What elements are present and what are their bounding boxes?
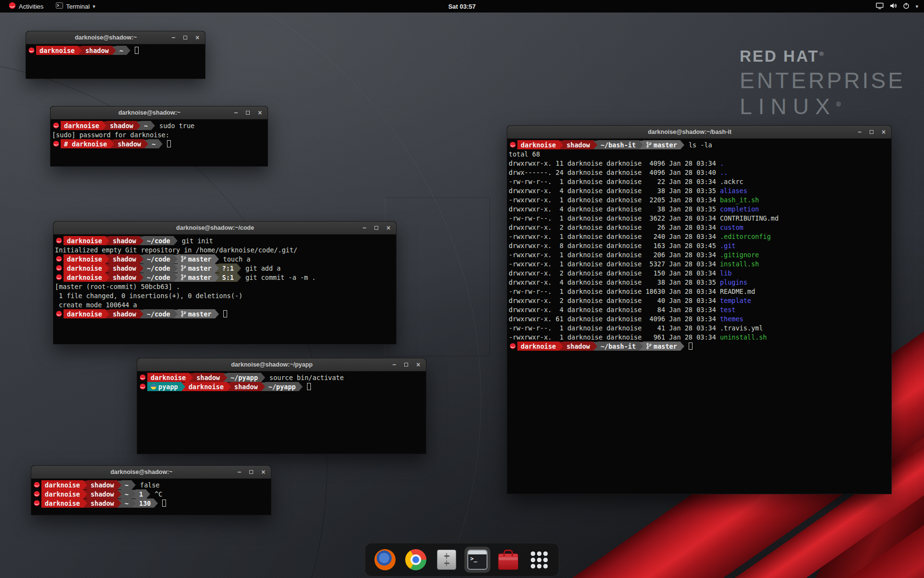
system-status-area[interactable]: ▾ [870, 0, 924, 13]
window-titlebar[interactable]: darknoise@shadow:~/pyapp−× [137, 358, 426, 371]
maximize-icon [183, 36, 187, 39]
segment-separator-icon [174, 236, 178, 245]
prompt-segment: ~ [121, 499, 132, 508]
dock-item-appgrid[interactable] [526, 547, 552, 573]
dock-item-firefox[interactable] [372, 547, 398, 573]
output-line: [master (root-commit) 50bcb63] . [55, 282, 395, 291]
segment-text: darknoise [67, 274, 102, 281]
output-line: -rw-rw-r--. 1 darknoise darknoise 18630 … [509, 287, 890, 296]
prompt-segment: shadow [87, 480, 117, 489]
segment-separator-icon [83, 499, 87, 508]
maximize-button[interactable] [248, 466, 255, 479]
drawer [446, 560, 447, 566]
close-button[interactable]: × [194, 31, 201, 44]
dock-item-files[interactable] [434, 547, 460, 573]
terminal-content[interactable]: darknoiseshadow~sudo true[sudo] password… [51, 119, 268, 150]
segment-text: shadow [90, 499, 114, 507]
minimize-button[interactable]: − [170, 31, 177, 44]
redhat-prompt-icon [56, 256, 62, 262]
minimize-button[interactable]: − [232, 106, 239, 119]
minimize-button[interactable]: − [236, 466, 243, 479]
segment-separator-icon [151, 121, 155, 130]
maximize-button[interactable] [868, 126, 875, 139]
app-menu-terminal[interactable]: Terminal ▾ [51, 0, 100, 13]
terminal-text: [master (root-commit) 50bcb63] . [55, 283, 180, 290]
prompt-segment: ~/code [143, 273, 174, 282]
clock[interactable]: Sat 03:57 [448, 3, 475, 10]
terminal-text: -rwxrwxr-x. 1 darknoise darknoise 961 Ja… [509, 333, 720, 341]
redhat-prompt-icon [28, 47, 35, 53]
chrome-core [412, 556, 419, 563]
dock-item-chrome[interactable] [403, 547, 429, 573]
close-button[interactable]: × [415, 358, 422, 371]
segment-text: master [188, 255, 212, 263]
prompt-segment: ~ [121, 480, 132, 489]
segment-text: shadow [113, 255, 136, 263]
window-titlebar[interactable]: darknoise@shadow:~−× [51, 106, 268, 119]
segment-text: darknoise [45, 499, 80, 507]
segment-text: darknoise [64, 122, 99, 130]
dock-item-terminal[interactable]: >_ [464, 547, 490, 573]
window-controls: −× [361, 222, 396, 235]
output-line: -rwxrwxr-x. 1 darknoise darknoise 2205 J… [509, 195, 890, 204]
segment-separator-icon [639, 141, 643, 149]
close-button[interactable]: × [260, 466, 267, 479]
prompt-segment: master [178, 254, 215, 263]
maximize-icon [249, 470, 253, 474]
maximize-button[interactable] [373, 222, 380, 235]
segment-text: darknoise [521, 141, 556, 149]
segment-separator-icon [105, 236, 109, 245]
minimize-button[interactable]: − [856, 126, 863, 139]
window-titlebar[interactable]: darknoise@shadow:~−× [26, 31, 205, 44]
segment-text: darknoise [45, 490, 80, 498]
terminal-text: -rw-rw-r--. 1 darknoise darknoise 22 Jan… [509, 178, 720, 185]
close-button[interactable]: × [385, 222, 392, 235]
command-text: sudo true [155, 122, 194, 130]
maximize-button[interactable] [182, 31, 189, 44]
output-line: 1 file changed, 0 insertions(+), 0 delet… [55, 291, 395, 300]
output-line: -rwxrwxr-x. 1 darknoise darknoise 206 Ja… [509, 250, 890, 259]
terminal-content[interactable]: darknoiseshadow~ [26, 44, 205, 56]
segment-text: ?:1 [222, 264, 234, 272]
prompt-segment: darknoise [517, 140, 559, 149]
prompt-segment: shadow [87, 499, 117, 508]
window-titlebar[interactable]: darknoise@shadow:~−× [31, 466, 271, 479]
output-line: [sudo] password for darknoise: [52, 130, 266, 139]
terminal-cursor [162, 499, 166, 507]
window-title: darknoise@shadow:~/code [73, 224, 358, 231]
close-button[interactable]: × [880, 126, 887, 139]
prompt-segment: ~/code [143, 254, 174, 263]
segment-text: S:1 [222, 274, 234, 281]
terminal-content[interactable]: darknoiseshadow~/codegit initInitialized… [53, 235, 396, 320]
redhat-prompt-icon [510, 343, 516, 349]
minimize-button[interactable]: − [391, 358, 398, 371]
terminal-content[interactable]: darknoiseshadow~falsedarknoiseshadow~1^C… [31, 479, 271, 509]
prompt-segment: darknoise [61, 121, 103, 130]
chevron-down-icon: ▾ [92, 3, 95, 10]
terminal-content[interactable]: darknoiseshadow~/pyappsource bin/activat… [137, 371, 426, 393]
branch-icon [181, 256, 186, 262]
segment-separator-icon [78, 46, 82, 55]
brand-linux: LINUX® [740, 93, 905, 119]
segment-text: master [188, 310, 212, 318]
maximize-button[interactable] [403, 358, 410, 371]
prompt-line: darknoiseshadow~/bash-itmaster [509, 342, 890, 351]
segment-separator-icon [159, 140, 163, 148]
minimize-button[interactable]: − [361, 222, 368, 235]
prompt-segment: pyapp [147, 382, 181, 391]
terminal-text: .editorconfig [720, 233, 771, 240]
close-button[interactable]: × [257, 106, 263, 119]
output-line: -rwxrwxr-x. 1 darknoise darknoise 961 Ja… [509, 332, 890, 342]
activities-button[interactable]: Activities [4, 0, 48, 13]
prompt-line: darknoiseshadow~sudo true [52, 121, 266, 130]
window-title: darknoise@shadow:~/bash-it [526, 129, 853, 135]
terminal-content[interactable]: darknoiseshadow~/bash-itmasterls -latota… [507, 139, 891, 352]
terminal-window-exitcodes: darknoise@shadow:~−×darknoiseshadow~fals… [31, 465, 271, 515]
segment-separator-icon [215, 264, 219, 273]
maximize-button[interactable] [244, 106, 251, 119]
dock-item-toolbox[interactable] [495, 547, 521, 573]
terminal-window-home-1: darknoise@shadow:~−×darknoiseshadow~ [26, 31, 205, 79]
window-titlebar[interactable]: darknoise@shadow:~/code−× [53, 222, 396, 235]
maximize-icon [404, 363, 408, 367]
window-titlebar[interactable]: darknoise@shadow:~/bash-it−× [507, 126, 891, 139]
